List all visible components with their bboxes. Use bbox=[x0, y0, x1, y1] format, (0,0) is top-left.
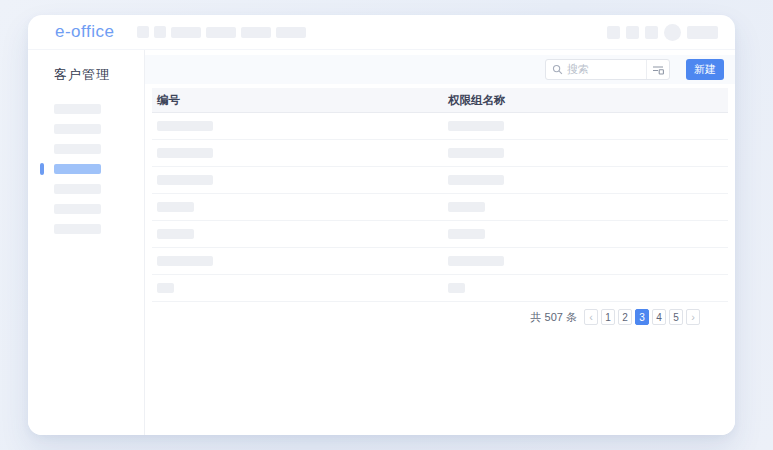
table-row bbox=[152, 248, 728, 275]
table-row bbox=[152, 140, 728, 167]
cell-skeleton bbox=[448, 229, 485, 239]
top-nav-placeholder-group bbox=[137, 26, 306, 38]
cell-skeleton bbox=[157, 202, 194, 212]
cell-skeleton bbox=[157, 148, 213, 158]
active-indicator bbox=[40, 163, 44, 175]
action-placeholder bbox=[687, 26, 718, 39]
cell-skeleton bbox=[157, 256, 213, 266]
sidebar-item-placeholder[interactable] bbox=[54, 104, 101, 114]
next-page-button[interactable]: › bbox=[686, 309, 700, 325]
nav-item-placeholder bbox=[241, 27, 271, 38]
column-header-group-name: 权限组名称 bbox=[443, 93, 728, 108]
action-placeholder bbox=[607, 26, 620, 39]
sidebar-menu bbox=[28, 104, 144, 234]
sidebar-item-active[interactable] bbox=[54, 164, 101, 174]
cell-skeleton bbox=[448, 202, 485, 212]
permission-table: 编号 权限组名称 bbox=[152, 88, 728, 302]
page-button-1[interactable]: 1 bbox=[601, 309, 615, 325]
action-placeholder bbox=[626, 26, 639, 39]
sidebar-item-placeholder[interactable] bbox=[54, 224, 101, 234]
sidebar: 客户管理 bbox=[28, 50, 145, 435]
app-bar: e-office bbox=[28, 15, 735, 50]
page-button-2[interactable]: 2 bbox=[618, 309, 632, 325]
pagination-total: 共 507 条 bbox=[531, 310, 577, 325]
app-logo: e-office bbox=[55, 22, 114, 42]
page-button-4[interactable]: 4 bbox=[652, 309, 666, 325]
pagination-buttons: ‹12345› bbox=[584, 309, 700, 325]
cell-skeleton bbox=[448, 121, 504, 131]
cell-skeleton bbox=[157, 229, 194, 239]
sidebar-item-placeholder[interactable] bbox=[54, 184, 101, 194]
table-header: 编号 权限组名称 bbox=[152, 88, 728, 113]
nav-item-placeholder bbox=[276, 27, 306, 38]
nav-item-placeholder bbox=[154, 26, 166, 38]
search-icon bbox=[552, 64, 563, 75]
pagination: 共 507 条 ‹12345› bbox=[145, 309, 700, 325]
table-row bbox=[152, 275, 728, 302]
sidebar-item-placeholder[interactable] bbox=[54, 204, 101, 214]
column-header-id: 编号 bbox=[152, 93, 443, 108]
avatar bbox=[664, 24, 681, 41]
window-body: 客户管理 搜索 bbox=[28, 50, 735, 435]
advanced-search-icon[interactable] bbox=[646, 60, 669, 79]
page-button-5[interactable]: 5 bbox=[669, 309, 683, 325]
cell-skeleton bbox=[448, 175, 504, 185]
cell-skeleton bbox=[448, 148, 504, 158]
top-actions-placeholder-group bbox=[607, 24, 718, 41]
search-input[interactable]: 搜索 bbox=[545, 59, 670, 80]
create-button[interactable]: 新建 bbox=[686, 59, 724, 80]
sidebar-item-placeholder[interactable] bbox=[54, 124, 101, 134]
cell-skeleton bbox=[157, 121, 213, 131]
table-row bbox=[152, 167, 728, 194]
nav-item-placeholder bbox=[137, 26, 149, 38]
table-row bbox=[152, 194, 728, 221]
cell-skeleton bbox=[157, 175, 213, 185]
search-placeholder: 搜索 bbox=[567, 62, 646, 77]
nav-item-placeholder bbox=[206, 27, 236, 38]
cell-skeleton bbox=[157, 283, 174, 293]
cell-skeleton bbox=[448, 283, 465, 293]
sidebar-item-placeholder[interactable] bbox=[54, 144, 101, 154]
cell-skeleton bbox=[448, 256, 504, 266]
content-area: 搜索 新建 编号 权限组名称 bbox=[145, 50, 735, 435]
app-window: e-office 客户管理 搜索 bbox=[28, 15, 735, 435]
table-row bbox=[152, 221, 728, 248]
table-body bbox=[152, 113, 728, 302]
action-placeholder bbox=[645, 26, 658, 39]
toolbar: 搜索 新建 bbox=[145, 55, 735, 84]
nav-item-placeholder bbox=[171, 27, 201, 38]
page-button-3[interactable]: 3 bbox=[635, 309, 649, 325]
table-row bbox=[152, 113, 728, 140]
prev-page-button[interactable]: ‹ bbox=[584, 309, 598, 325]
sidebar-title: 客户管理 bbox=[54, 66, 144, 84]
